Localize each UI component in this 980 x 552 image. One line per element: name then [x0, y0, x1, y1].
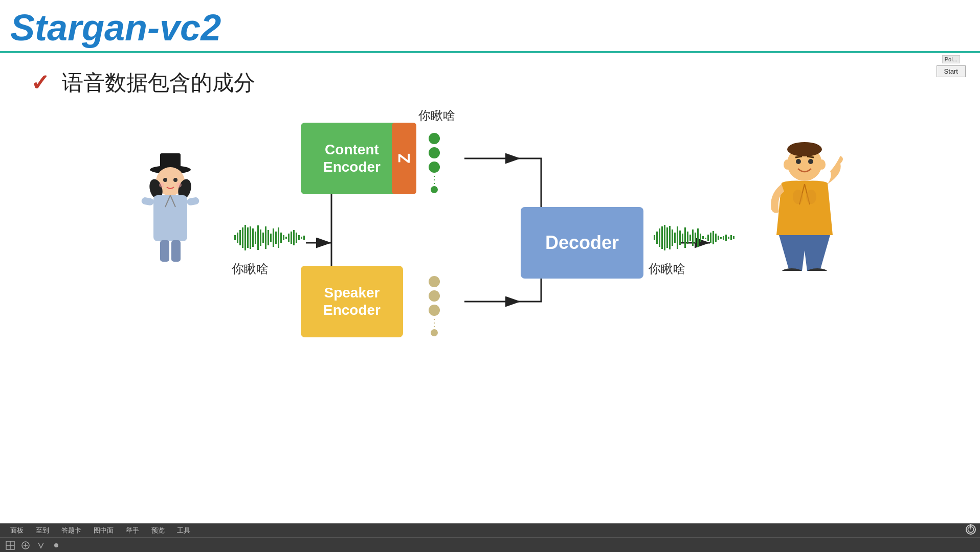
z-label: Z: [395, 153, 414, 164]
svg-rect-16: [141, 197, 154, 206]
toolbar-row1: 面板 至到 答题卡 图中面 举手 预览 工具: [0, 523, 980, 538]
svg-rect-21: [171, 240, 181, 262]
svg-point-83: [787, 142, 822, 156]
dot-2: [429, 147, 440, 158]
svg-rect-49: [303, 236, 305, 240]
svg-rect-71: [707, 235, 709, 241]
toolbar-item-chart[interactable]: 图中面: [87, 525, 120, 536]
svg-rect-20: [160, 240, 169, 262]
sp-dot-1: [429, 276, 440, 287]
power-icon[interactable]: [966, 524, 976, 535]
label-top-vector-nipacha: 你瞅啥: [418, 107, 455, 124]
svg-rect-35: [268, 230, 269, 245]
svg-rect-46: [296, 233, 297, 243]
svg-rect-56: [669, 226, 671, 249]
toolbar-item-goto[interactable]: 至到: [30, 525, 55, 536]
svg-rect-31: [257, 225, 259, 250]
svg-rect-78: [725, 235, 727, 241]
svg-point-84: [796, 159, 801, 164]
female-character-svg: [132, 148, 209, 266]
svg-rect-33: [262, 233, 264, 243]
header: Stargan-vc2: [0, 0, 980, 53]
svg-point-11: [163, 178, 167, 182]
svg-rect-45: [293, 230, 295, 245]
svg-rect-58: [674, 233, 676, 243]
toolbar-item-preview[interactable]: 预览: [145, 525, 171, 536]
svg-point-12: [173, 178, 177, 182]
svg-point-14: [176, 182, 182, 188]
content-vector: ⋮: [429, 133, 440, 193]
toolbar: 面板 至到 答题卡 图中面 举手 预览 工具: [0, 523, 980, 552]
svg-rect-53: [661, 226, 663, 249]
sp-dot-ellipsis: ⋮: [429, 319, 439, 326]
svg-rect-74: [715, 234, 717, 242]
svg-rect-73: [712, 231, 714, 244]
svg-rect-54: [664, 225, 665, 250]
svg-rect-44: [291, 232, 292, 244]
svg-point-104: [54, 543, 58, 547]
svg-rect-37: [273, 228, 274, 247]
svg-rect-59: [677, 226, 678, 249]
svg-line-86: [795, 156, 802, 157]
character-right: [761, 138, 848, 271]
toolbar-icon-1[interactable]: [4, 539, 16, 551]
svg-rect-28: [250, 226, 251, 249]
toolbar-item-panel[interactable]: 面板: [4, 525, 30, 536]
checkmark-icon: ✓: [31, 72, 50, 94]
svg-rect-50: [654, 235, 655, 240]
svg-rect-60: [679, 231, 681, 245]
svg-rect-17: [186, 197, 199, 206]
toolbar-icon-3[interactable]: [35, 539, 47, 551]
svg-rect-23: [237, 233, 238, 243]
svg-rect-42: [285, 237, 287, 239]
character-left: [132, 148, 209, 266]
svg-point-93: [806, 190, 816, 204]
svg-rect-72: [710, 233, 711, 243]
svg-rect-39: [278, 227, 279, 248]
toolbar-icon-2[interactable]: [19, 539, 32, 551]
svg-rect-64: [689, 235, 691, 241]
svg-rect-15: [153, 195, 187, 241]
svg-rect-57: [672, 229, 673, 246]
decoder-box: Decoder: [521, 207, 643, 279]
label-input-nipacha: 你瞅啥: [232, 261, 269, 277]
sp-dot-3: [429, 305, 440, 316]
svg-rect-48: [301, 237, 302, 239]
dot-1: [429, 133, 440, 144]
bullet-text: 语音数据包含的成分: [62, 68, 255, 97]
svg-point-88: [784, 159, 791, 170]
output-waveform: [654, 222, 736, 253]
svg-rect-29: [252, 228, 254, 247]
toolbar-item-tools[interactable]: 工具: [171, 525, 196, 536]
speaker-encoder-box: Speaker Encoder: [301, 266, 403, 337]
svg-point-89: [818, 159, 826, 170]
svg-line-87: [807, 156, 814, 157]
power-icon-container[interactable]: [966, 524, 976, 537]
dot-4: [431, 186, 438, 193]
label-output-nipacha: 你瞅啥: [649, 261, 685, 277]
svg-rect-66: [695, 233, 696, 243]
svg-rect-55: [666, 227, 668, 248]
svg-rect-75: [718, 236, 719, 240]
svg-rect-41: [283, 235, 284, 240]
svg-rect-70: [705, 238, 706, 239]
svg-rect-40: [280, 233, 282, 243]
svg-rect-77: [723, 236, 724, 240]
toolbar-icon-4[interactable]: [50, 539, 62, 551]
svg-rect-62: [684, 227, 686, 248]
input-waveform: [234, 222, 306, 253]
content-encoder-box: Content Encoder: [301, 123, 403, 194]
z-bar: Z: [392, 123, 416, 194]
svg-point-85: [808, 159, 813, 164]
svg-rect-68: [700, 234, 701, 242]
toolbar-item-hand[interactable]: 举手: [120, 525, 145, 536]
svg-rect-69: [702, 236, 704, 239]
svg-rect-25: [242, 227, 243, 248]
svg-rect-36: [270, 234, 272, 242]
svg-point-92: [793, 190, 803, 204]
svg-rect-34: [265, 226, 266, 249]
toolbar-item-card[interactable]: 答题卡: [55, 525, 87, 536]
svg-rect-80: [730, 235, 732, 240]
svg-rect-32: [260, 229, 261, 246]
svg-rect-81: [733, 236, 734, 239]
